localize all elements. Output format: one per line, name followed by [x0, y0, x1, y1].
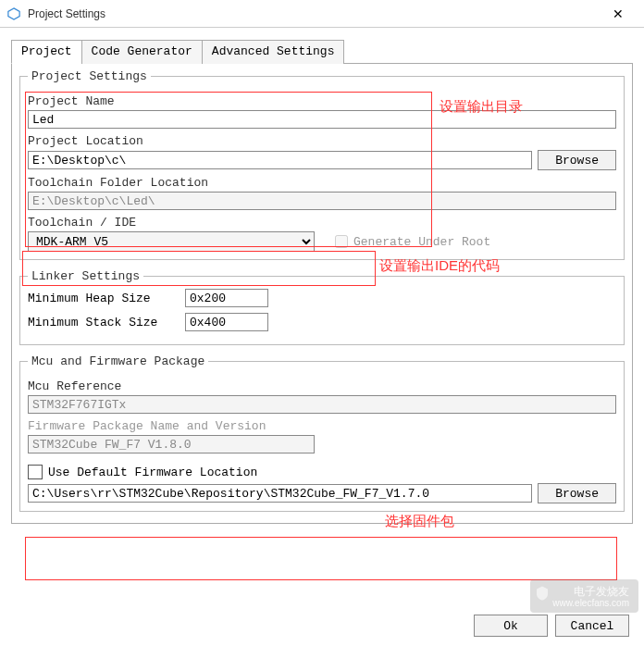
project-location-input[interactable]: [28, 151, 532, 169]
cancel-button[interactable]: Cancel: [555, 615, 629, 637]
firmware-browse-button[interactable]: Browse: [538, 483, 616, 503]
min-heap-input[interactable]: [185, 289, 268, 307]
min-stack-label: Minimum Stack Size: [28, 316, 185, 329]
toolchain-folder-input: [28, 192, 616, 210]
use-default-firmware-row[interactable]: Use Default Firmware Location: [28, 465, 616, 479]
window-title: Project Settings: [28, 7, 600, 20]
watermark-line2: www.elecfans.com: [552, 598, 629, 609]
ok-button[interactable]: Ok: [474, 615, 548, 637]
dialog-footer: Ok Cancel: [474, 615, 629, 637]
project-name-input[interactable]: [28, 110, 616, 129]
mcu-reference-input: [28, 395, 616, 414]
tab-project[interactable]: Project: [11, 40, 82, 64]
close-icon[interactable]: ✕: [600, 6, 637, 21]
app-icon: [7, 7, 20, 20]
generate-under-root-row: Generate Under Root: [335, 235, 490, 249]
firmware-package-label: Firmware Package Name and Version: [28, 419, 616, 433]
min-heap-label: Minimum Heap Size: [28, 292, 185, 305]
generate-under-root-checkbox: [335, 235, 348, 248]
mcu-firmware-legend: Mcu and Firmware Package: [28, 354, 208, 368]
linker-settings-group: Linker Settings Minimum Heap Size Minimu…: [19, 269, 625, 345]
firmware-package-input: [28, 435, 315, 453]
svg-marker-0: [8, 7, 19, 19]
watermark-line1: 电子发烧友: [552, 585, 629, 598]
toolchain-folder-label: Toolchain Folder Location: [28, 176, 616, 190]
toolchain-ide-select[interactable]: MDK-ARM V5: [28, 231, 315, 252]
project-name-label: Project Name: [28, 94, 616, 108]
project-location-browse-button[interactable]: Browse: [538, 150, 616, 170]
use-default-firmware-checkbox[interactable]: [28, 465, 43, 479]
watermark-icon: [534, 585, 551, 602]
use-default-firmware-label: Use Default Firmware Location: [48, 466, 257, 479]
tab-bar: Project Code Generator Advanced Settings: [11, 39, 633, 64]
titlebar: Project Settings ✕: [0, 0, 644, 28]
tab-panel: Project Settings Project Name Project Lo…: [11, 64, 633, 524]
generate-under-root-label: Generate Under Root: [353, 235, 490, 249]
annotation-box-3: [25, 537, 617, 580]
firmware-path-input[interactable]: [28, 484, 532, 503]
tab-code-generator[interactable]: Code Generator: [81, 40, 203, 64]
project-settings-group: Project Settings Project Name Project Lo…: [19, 69, 625, 260]
watermark: 电子发烧友 www.elecfans.com: [530, 579, 638, 613]
project-location-label: Project Location: [28, 134, 616, 148]
toolchain-ide-label: Toolchain / IDE: [28, 216, 616, 230]
linker-settings-legend: Linker Settings: [28, 269, 143, 283]
min-stack-input[interactable]: [185, 313, 268, 331]
mcu-firmware-group: Mcu and Firmware Package Mcu Reference F…: [19, 354, 625, 512]
project-settings-legend: Project Settings: [28, 69, 151, 83]
mcu-reference-label: Mcu Reference: [28, 379, 616, 393]
tab-advanced-settings[interactable]: Advanced Settings: [202, 40, 345, 64]
